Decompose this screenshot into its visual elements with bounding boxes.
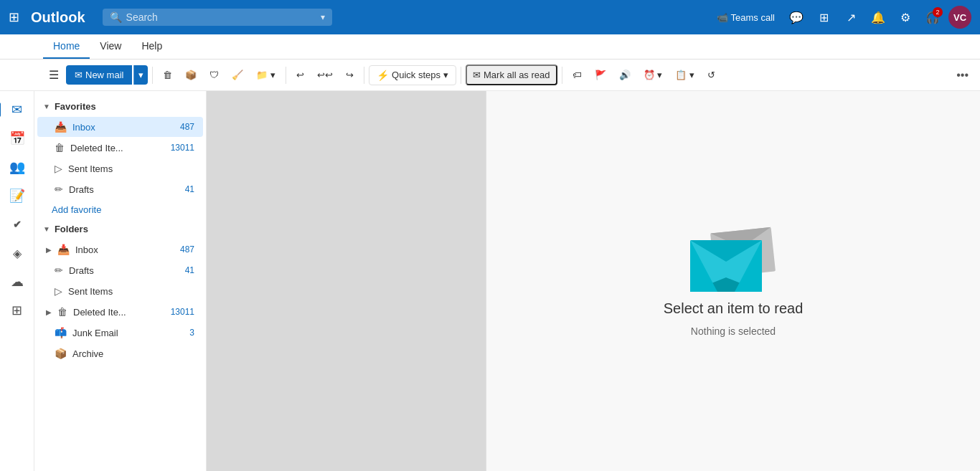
folders-collapse-icon: ▼	[43, 225, 50, 233]
quick-steps-label: Quick steps	[392, 70, 440, 80]
more-options-button[interactable]: •••	[951, 66, 974, 85]
undo-action-button[interactable]: ↺	[702, 66, 721, 84]
delete-button[interactable]: 🗑	[157, 66, 178, 84]
folder-label: Junk Email	[72, 328, 118, 338]
sidebar-item-people[interactable]: 👥	[4, 154, 30, 180]
deleted-expand-icon: ▶	[46, 308, 52, 316]
sidebar-item-notes[interactable]: 📝	[4, 183, 30, 209]
folder-item-drafts[interactable]: ✏ Drafts 41	[37, 260, 203, 280]
archive-button[interactable]: 📦	[179, 66, 202, 84]
tab-home[interactable]: Home	[43, 34, 90, 59]
folder-item-junk[interactable]: 📫 Junk Email 3	[37, 323, 203, 343]
avatar[interactable]: VC	[948, 6, 971, 29]
deleted-icon: 🗑	[55, 142, 65, 153]
folder-label: Deleted Ite...	[73, 307, 126, 318]
drafts2-count: 41	[185, 265, 194, 275]
app-name: Outlook	[31, 9, 85, 26]
teams-call-label: Teams call	[731, 12, 775, 23]
folder-item-drafts-favorite[interactable]: ✏ Drafts 41	[37, 179, 203, 199]
forward-button[interactable]: ↪	[340, 66, 359, 84]
folder-label: Sent Items	[68, 163, 113, 174]
drafts-icon: ✏	[55, 184, 63, 195]
sidebar-item-mail[interactable]: ✉	[4, 97, 30, 123]
teams-call-button[interactable]: 📹 Teams call	[711, 9, 781, 26]
hamburger-menu-button[interactable]: ☰	[43, 65, 65, 85]
search-filter-icon[interactable]: ▾	[321, 12, 325, 22]
folder-item-archive[interactable]: 📦 Archive	[37, 343, 203, 363]
favorites-label: Favorites	[55, 101, 96, 112]
new-mail-label: New mail	[85, 70, 123, 80]
folder-item-sent[interactable]: ▷ Sent Items	[37, 281, 203, 301]
folder-item-inbox[interactable]: ▶ 📥 Inbox 487	[37, 239, 203, 260]
nothing-selected-subtitle: Nothing is selected	[691, 325, 776, 337]
folder-item-deleted[interactable]: ▶ 🗑 Deleted Ite... 13011	[37, 302, 203, 322]
read-aloud-button[interactable]: 🔊	[613, 66, 636, 84]
mark-all-as-read-button[interactable]: ✉ Mark all as read	[466, 65, 557, 85]
search-box: 🔍 ▾	[103, 9, 332, 26]
voice-button[interactable]: 🎧 2	[921, 6, 944, 29]
inbox-icon: 📥	[55, 121, 67, 133]
new-mail-button[interactable]: ✉ New mail	[66, 65, 132, 85]
top-navigation: ⊞ Outlook 🔍 ▾ 📹 Teams call 💬 ⊞ ↗ 🔔 ⚙ 🎧 2…	[0, 0, 980, 34]
tag-button[interactable]: 🏷	[567, 66, 588, 84]
sidebar-item-onedrive[interactable]: ☁	[4, 269, 30, 295]
tab-help[interactable]: Help	[131, 34, 172, 59]
quick-steps-dropdown-icon: ▾	[443, 70, 448, 80]
inbox2-icon: 📥	[57, 244, 70, 255]
share-button[interactable]: ↗	[839, 6, 862, 29]
separator-1	[152, 67, 153, 84]
envelope-icon: ✉	[473, 70, 481, 80]
favorites-collapse-icon: ▼	[43, 103, 50, 110]
folder-item-deleted-favorite[interactable]: 🗑 Deleted Ite... 13011	[37, 138, 203, 158]
folder-panel: ▼ Favorites 📥 Inbox 487 🗑 Deleted Ite...…	[34, 91, 207, 471]
folders-label: Folders	[55, 224, 88, 234]
deleted2-count: 13011	[171, 307, 194, 317]
mark-all-label: Mark all as read	[484, 70, 550, 80]
tab-view[interactable]: View	[90, 34, 131, 59]
add-favorite-link[interactable]: Add favorite	[34, 200, 206, 219]
lightning-icon: ⚡	[377, 70, 389, 81]
add-favorite-label: Add favorite	[52, 204, 101, 215]
move-to-button[interactable]: 📁 ▾	[250, 66, 281, 84]
quick-steps-button[interactable]: ⚡ Quick steps ▾	[369, 65, 456, 85]
sidebar-item-apps[interactable]: ⊞	[4, 298, 30, 323]
junk-button[interactable]: 🛡	[204, 66, 225, 84]
new-mail-dropdown-button[interactable]: ▾	[133, 65, 148, 85]
sweep-button[interactable]: 🧹	[226, 66, 249, 84]
nav-right-section: 📹 Teams call 💬 ⊞ ↗ 🔔 ⚙ 🎧 2 VC	[711, 6, 971, 29]
rules-button[interactable]: 📋 ▾	[669, 66, 700, 84]
folder-item-inbox-favorite[interactable]: 📥 Inbox 487	[37, 117, 203, 137]
envelope-graphic	[690, 227, 776, 292]
deleted-count: 13011	[171, 143, 194, 153]
notifications-button[interactable]: 🔔	[867, 6, 890, 29]
flag-button[interactable]: 🚩	[589, 66, 612, 84]
undo-button[interactable]: ↩	[291, 66, 310, 84]
folder-label: Drafts	[69, 184, 94, 195]
search-input[interactable]	[126, 11, 313, 23]
sidebar-item-teams[interactable]: ◈	[4, 240, 30, 266]
sent2-icon: ▷	[55, 285, 62, 297]
sidebar-item-calendar[interactable]: 📅	[4, 125, 30, 151]
ribbon-tabs: Home View Help	[0, 34, 980, 60]
main-layout: ✉ 📅 👥 📝 ✔ ◈ ☁ ⊞ ▼ Favorites 📥 Inbox 487 …	[0, 91, 980, 471]
new-mail-icon: ✉	[75, 70, 83, 80]
drafts-count: 41	[185, 184, 194, 194]
apps-button[interactable]: ⊞	[812, 6, 835, 29]
grid-icon[interactable]: ⊞	[9, 9, 19, 25]
sidebar-item-todo[interactable]: ✔	[4, 211, 30, 237]
junk-count: 3	[189, 328, 194, 338]
reading-pane: Select an item to read Nothing is select…	[486, 91, 980, 471]
folder-item-sent-favorite[interactable]: ▷ Sent Items	[37, 158, 203, 179]
select-item-title: Select an item to read	[664, 300, 804, 317]
toolbar: ☰ ✉ New mail ▾ 🗑 📦 🛡 🧹 📁 ▾ ↩ ↩↩ ↪ ⚡ Quic…	[0, 60, 980, 91]
feedback-button[interactable]: 💬	[785, 6, 808, 29]
snooze-button[interactable]: ⏰ ▾	[638, 66, 669, 84]
folders-header[interactable]: ▼ Folders	[34, 219, 206, 239]
favorites-header[interactable]: ▼ Favorites	[34, 97, 206, 116]
reply-all-button[interactable]: ↩↩	[311, 66, 339, 84]
settings-button[interactable]: ⚙	[894, 6, 917, 29]
separator-3	[364, 67, 364, 84]
folder-label: Drafts	[69, 265, 94, 276]
folder-label: Deleted Ite...	[70, 143, 123, 153]
drafts2-icon: ✏	[55, 265, 63, 276]
